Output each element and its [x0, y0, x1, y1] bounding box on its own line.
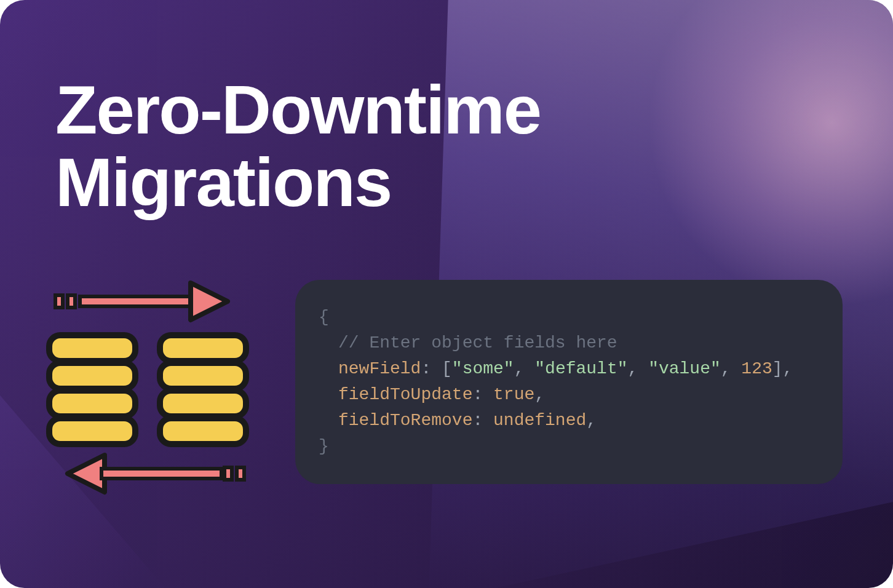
svg-rect-10 [160, 418, 246, 444]
code-comment: // Enter object fields here [338, 333, 617, 352]
page-title: Zero-DowntimeMigrations [55, 74, 541, 218]
code-key-fieldtoremove: fieldToRemove [338, 411, 472, 430]
code-key-fieldtoupdate: fieldToUpdate [338, 385, 472, 404]
code-block: { // Enter object fields here newField: … [295, 280, 843, 484]
svg-rect-3 [49, 335, 135, 361]
svg-rect-8 [160, 363, 246, 389]
svg-rect-11 [101, 469, 221, 479]
svg-rect-6 [49, 418, 135, 444]
svg-rect-9 [160, 391, 246, 416]
database-migration-icon [37, 271, 258, 504]
code-brace-open: { [319, 308, 329, 327]
svg-rect-2 [80, 296, 194, 306]
svg-rect-5 [49, 391, 135, 416]
svg-rect-0 [55, 295, 63, 308]
hero-card: Zero-DowntimeMigrations [0, 0, 893, 588]
svg-rect-1 [68, 295, 75, 308]
code-key-newfield: newField [338, 359, 421, 378]
svg-rect-12 [224, 467, 232, 480]
code-brace-close: } [319, 437, 329, 456]
svg-rect-13 [237, 467, 244, 480]
svg-rect-7 [160, 335, 246, 361]
svg-rect-4 [49, 363, 135, 389]
